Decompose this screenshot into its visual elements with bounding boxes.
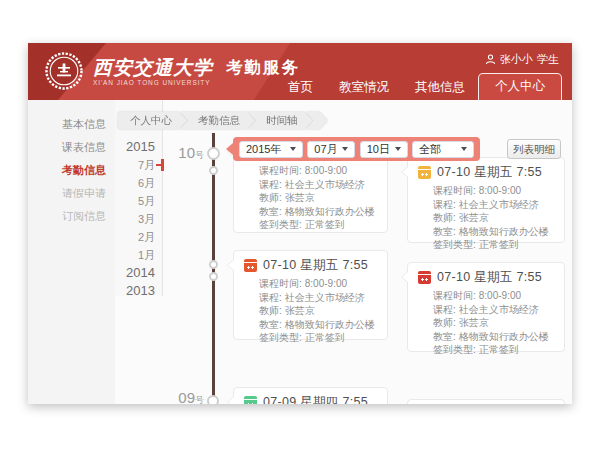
field-value: 格物致知行政办公楼 <box>285 319 375 330</box>
user-info[interactable]: 张小小 学生 <box>485 52 559 67</box>
timeline-node-day09[interactable] <box>207 395 219 404</box>
field-value: 社会主义市场经济 <box>285 179 365 190</box>
timeline-node[interactable] <box>209 272 218 281</box>
timeline-nav-year-0[interactable]: 2015 <box>115 138 162 156</box>
attendance-card-1[interactable]: 07-10 星期五 7:55课程时间:8:00-9:00课程:社会主义市场经济教… <box>407 157 565 243</box>
nav-home[interactable]: 首页 <box>275 74 326 100</box>
timeline-nav-month-2[interactable]: 6月 <box>115 174 162 192</box>
timeline-nav-year-8[interactable]: 2013 <box>115 282 162 300</box>
timeline-nav-month-3[interactable]: 5月 <box>115 192 162 210</box>
card-datetime: 07-10 星期五 7:55 <box>263 257 368 274</box>
scope-select[interactable]: 全部 <box>412 141 474 158</box>
field-value: 格物致知行政办公楼 <box>459 331 549 342</box>
timeline-year-nav: 20157月6月5月3月2月1月20142013 <box>115 100 163 296</box>
timeline-node[interactable] <box>209 260 218 269</box>
attendance-card-5[interactable] <box>407 399 565 404</box>
sidebar-item-4[interactable]: 订阅信息 <box>28 205 115 228</box>
card-body: 课程时间:8:00-9:00课程:社会主义市场经济教师:张芸京教室:格物致知行政… <box>433 184 554 252</box>
field-label: 课程: <box>433 304 456 315</box>
card-field-4: 签到类型:正常签到 <box>259 218 377 232</box>
card-field-0: 课程时间:8:00-9:00 <box>259 277 377 291</box>
year-select[interactable]: 2015年 <box>239 141 303 158</box>
sidebar-item-1[interactable]: 课表信息 <box>28 136 115 159</box>
field-value: 8:00-9:00 <box>479 290 521 301</box>
field-label: 课程时间: <box>259 165 302 176</box>
sidebar-item-0[interactable]: 基本信息 <box>28 113 115 136</box>
card-header: 07-10 星期五 7:55 <box>418 164 554 181</box>
card-body: 课程时间:8:00-9:00课程:社会主义市场经济教师:张芸京教室:格物致知行政… <box>259 164 377 232</box>
day-select[interactable]: 10日 <box>360 141 408 158</box>
card-body: 课程时间:8:00-9:00课程:社会主义市场经济教师:张芸京教室:格物致知行政… <box>433 289 554 357</box>
field-label: 课程时间: <box>259 278 302 289</box>
university-logo-icon <box>44 51 84 91</box>
list-detail-button[interactable]: 列表明细 <box>507 139 561 159</box>
calendar-icon <box>418 166 431 179</box>
timeline-nav-month-6[interactable]: 1月 <box>115 246 162 264</box>
app-header: 西安交通大学 XI'AN JIAO TONG UNIVERSITY 考勤服务 张… <box>28 43 572 100</box>
month-select[interactable]: 07月 <box>307 141 355 158</box>
field-label: 签到类型: <box>433 344 476 355</box>
scope-select-value: 全部 <box>419 142 441 157</box>
day-select-value: 10日 <box>367 142 390 157</box>
card-field-3: 教室:格物致知行政办公楼 <box>259 205 377 219</box>
field-value: 张芸京 <box>285 305 315 316</box>
card-field-2: 教师:张芸京 <box>259 191 377 205</box>
field-value: 张芸京 <box>459 212 489 223</box>
timeline-node[interactable] <box>209 166 218 175</box>
user-name: 张小小 <box>500 52 533 67</box>
nav-other-info[interactable]: 其他信息 <box>402 74 478 100</box>
card-field-2: 教师:张芸京 <box>259 304 377 318</box>
card-field-1: 课程:社会主义市场经济 <box>259 178 377 192</box>
card-datetime: 07-10 星期五 7:55 <box>437 269 542 286</box>
card-datetime: 07-10 星期五 7:55 <box>437 164 542 181</box>
field-label: 签到类型: <box>259 219 302 230</box>
card-body: 课程时间:8:00-9:00课程:社会主义市场经济教师:张芸京教室:格物致知行政… <box>259 277 377 345</box>
breadcrumb-item-0[interactable]: 个人中心 <box>118 112 187 129</box>
field-label: 课程时间: <box>433 290 476 301</box>
timeline-nav-month-1[interactable]: 7月 <box>115 156 162 174</box>
card-field-0: 课程时间:8:00-9:00 <box>433 289 554 303</box>
card-field-1: 课程:社会主义市场经济 <box>433 198 554 212</box>
filter-bar: 2015年 07月 10日 全部 <box>233 137 480 161</box>
field-label: 签到类型: <box>433 239 476 250</box>
timeline-nav-month-5[interactable]: 2月 <box>115 228 162 246</box>
card-field-0: 课程时间:8:00-9:00 <box>259 164 377 178</box>
card-header: 07-10 星期五 7:55 <box>418 269 554 286</box>
card-field-0: 课程时间:8:00-9:00 <box>433 184 554 198</box>
chevron-down-icon <box>395 147 401 151</box>
calendar-icon <box>418 271 431 284</box>
timeline-nav-month-4[interactable]: 3月 <box>115 210 162 228</box>
field-value: 格物致知行政办公楼 <box>285 206 375 217</box>
user-icon <box>485 54 496 65</box>
sidebar-item-3[interactable]: 请假申请 <box>28 182 115 205</box>
attendance-card-3[interactable]: 07-10 星期五 7:55课程时间:8:00-9:00课程:社会主义市场经济教… <box>407 262 565 352</box>
sidebar-item-2[interactable]: 考勤信息 <box>28 159 115 182</box>
field-label: 课程时间: <box>433 185 476 196</box>
field-value: 正常签到 <box>305 219 345 230</box>
breadcrumb-item-1[interactable]: 考勤信息 <box>180 112 255 129</box>
nav-classroom-status[interactable]: 教室情况 <box>326 74 402 100</box>
field-label: 课程: <box>433 199 456 210</box>
field-value: 格物致知行政办公楼 <box>459 226 549 237</box>
field-value: 张芸京 <box>285 192 315 203</box>
month-select-value: 07月 <box>314 142 337 157</box>
timeline-node-day10[interactable] <box>207 147 220 160</box>
field-value: 正常签到 <box>479 344 519 355</box>
timeline-nav-year-7[interactable]: 2014 <box>115 264 162 282</box>
attendance-card-2[interactable]: 07-10 星期五 7:55课程时间:8:00-9:00课程:社会主义市场经济教… <box>233 250 388 340</box>
field-label: 签到类型: <box>259 332 302 343</box>
chevron-down-icon <box>342 147 348 151</box>
nav-personal-center[interactable]: 个人中心 <box>478 73 562 100</box>
card-field-4: 签到类型:正常签到 <box>259 331 377 345</box>
breadcrumb: 个人中心考勤信息时间轴 <box>118 112 328 129</box>
field-label: 课程: <box>259 292 282 303</box>
attendance-app-window: 西安交通大学 XI'AN JIAO TONG UNIVERSITY 考勤服务 张… <box>28 43 572 404</box>
card-field-2: 教师:张芸京 <box>433 316 554 330</box>
university-brand: 西安交通大学 XI'AN JIAO TONG UNIVERSITY 考勤服务 <box>44 51 300 91</box>
field-label: 教师: <box>259 192 282 203</box>
card-field-3: 教室:格物致知行政办公楼 <box>433 225 554 239</box>
breadcrumb-item-2[interactable]: 时间轴 <box>248 112 313 129</box>
attendance-card-4[interactable]: 07-09 星期四 7:55 <box>233 387 388 404</box>
card-header: 07-10 星期五 7:55 <box>244 257 377 274</box>
field-value: 张芸京 <box>459 317 489 328</box>
